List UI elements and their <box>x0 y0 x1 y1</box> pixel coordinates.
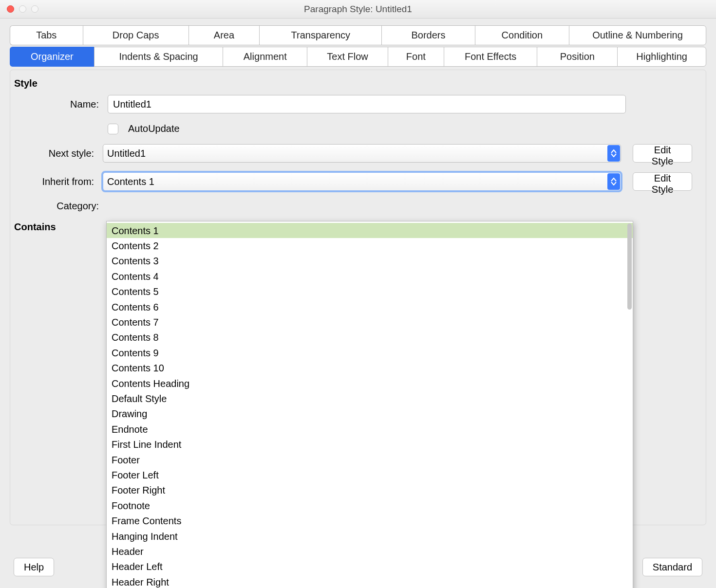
inherit-label: Inherit from: <box>10 176 103 187</box>
name-input[interactable] <box>108 95 626 113</box>
edit-style-button-2[interactable]: Edit Style <box>633 172 692 191</box>
next-style-value: Untitled1 <box>107 148 146 159</box>
dropdown-option[interactable]: Contents 6 <box>107 299 633 314</box>
dropdown-option[interactable]: Footer Right <box>107 483 633 498</box>
row-inherit: Inherit from: Contents 1 Edit Style <box>10 172 706 191</box>
dropdown-option[interactable]: Frame Contents <box>107 514 633 529</box>
edit-style-button-1[interactable]: Edit Style <box>633 144 692 163</box>
tab-font-effects[interactable]: Font Effects <box>444 47 537 67</box>
tab-position[interactable]: Position <box>537 47 617 67</box>
tab-borders[interactable]: Borders <box>381 25 474 45</box>
dropdown-option[interactable]: Contents 3 <box>107 254 633 269</box>
row-name: Name: <box>10 95 706 113</box>
row-next-style: Next style: Untitled1 Edit Style <box>10 144 706 163</box>
autoupdate-label: AutoUpdate <box>128 123 180 134</box>
dropdown-option[interactable]: Footer <box>107 452 633 467</box>
name-label: Name: <box>10 99 108 110</box>
tab-row-1: TabsDrop CapsAreaTransparencyBordersCond… <box>10 25 706 45</box>
dropdown-option[interactable]: Contents 10 <box>107 361 633 376</box>
combo-stepper-icon[interactable] <box>607 145 620 162</box>
scrollbar-thumb[interactable] <box>627 223 632 310</box>
next-style-combo[interactable]: Untitled1 <box>103 144 621 163</box>
tab-drop-caps[interactable]: Drop Caps <box>83 25 188 45</box>
dropdown-option[interactable]: Contents 7 <box>107 314 633 330</box>
dropdown-option[interactable]: Header <box>107 544 633 559</box>
section-style-heading: Style <box>10 78 706 95</box>
row-category: Category: <box>10 201 706 212</box>
dropdown-option[interactable]: First Line Indent <box>107 437 633 452</box>
dropdown-option[interactable]: Endnote <box>107 422 633 437</box>
tab-font[interactable]: Font <box>388 47 444 67</box>
autoupdate-checkbox[interactable] <box>108 124 118 134</box>
category-label: Category: <box>10 201 108 212</box>
tab-condition[interactable]: Condition <box>475 25 569 45</box>
titlebar: Paragraph Style: Untitled1 <box>0 0 716 18</box>
tab-organizer[interactable]: Organizer <box>10 47 94 67</box>
dropdown-option[interactable]: Header Left <box>107 559 633 574</box>
tab-alignment[interactable]: Alignment <box>223 47 307 67</box>
next-style-label: Next style: <box>10 148 103 159</box>
tab-highlighting[interactable]: Highlighting <box>617 47 706 67</box>
window-title: Paragraph Style: Untitled1 <box>0 4 716 15</box>
dropdown-option[interactable]: Contents 8 <box>107 330 633 345</box>
inherit-combo[interactable]: Contents 1 <box>103 172 621 191</box>
combo-stepper-icon[interactable] <box>607 173 620 190</box>
dropdown-option[interactable]: Contents 1 <box>107 223 633 238</box>
dropdown-option[interactable]: Hanging Indent <box>107 529 633 544</box>
row-autoupdate: AutoUpdate <box>10 123 706 134</box>
tab-tabs[interactable]: Tabs <box>10 25 83 45</box>
dropdown-option[interactable]: Contents Heading <box>107 376 633 391</box>
dropdown-option[interactable]: Contents 9 <box>107 345 633 360</box>
dialog-content: TabsDrop CapsAreaTransparencyBordersCond… <box>0 18 716 525</box>
standard-button[interactable]: Standard <box>642 558 702 576</box>
inherit-value: Contents 1 <box>107 176 154 187</box>
dropdown-option[interactable]: Contents 5 <box>107 284 633 299</box>
inherit-dropdown-list[interactable]: Contents 1Contents 2Contents 3Contents 4… <box>106 221 633 588</box>
dropdown-option[interactable]: Default Style <box>107 391 633 406</box>
tab-transparency[interactable]: Transparency <box>259 25 381 45</box>
dropdown-inner: Contents 1Contents 2Contents 3Contents 4… <box>107 221 633 588</box>
tab-text-flow[interactable]: Text Flow <box>307 47 388 67</box>
dropdown-option[interactable]: Contents 2 <box>107 238 633 253</box>
tab-indents-spacing[interactable]: Indents & Spacing <box>94 47 223 67</box>
tab-row-2: OrganizerIndents & SpacingAlignmentText … <box>10 47 706 67</box>
organizer-panel: Style Name: AutoUpdate Next style: Untit… <box>10 70 706 525</box>
help-button[interactable]: Help <box>14 558 54 576</box>
tab-bar: TabsDrop CapsAreaTransparencyBordersCond… <box>10 25 706 67</box>
dropdown-option[interactable]: Header Right <box>107 574 633 588</box>
dropdown-option[interactable]: Contents 4 <box>107 269 633 284</box>
dropdown-option[interactable]: Footnote <box>107 498 633 513</box>
dropdown-option[interactable]: Footer Left <box>107 468 633 483</box>
dropdown-option[interactable]: Drawing <box>107 406 633 422</box>
tab-outline-numbering[interactable]: Outline & Numbering <box>569 25 706 45</box>
tab-area[interactable]: Area <box>188 25 260 45</box>
